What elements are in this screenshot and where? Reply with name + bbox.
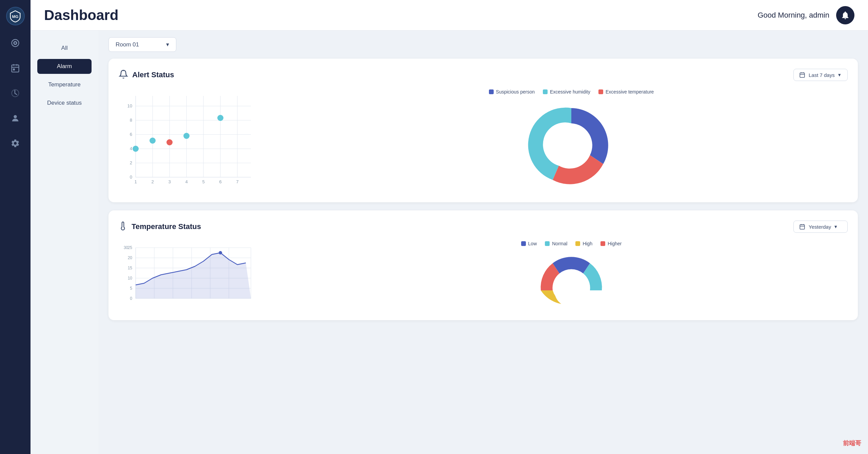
main-area: Dashboard Good Morning, admin All Alarm …	[31, 0, 868, 454]
temperature-status-card: Temperature Status Yesterday ▾	[108, 210, 858, 320]
temp-donut-area: Low Normal High	[295, 241, 848, 307]
temp-card-header: Temperature Status Yesterday ▾	[119, 221, 848, 233]
alert-title-wrap: Alert Status	[119, 69, 174, 80]
legend-dot-normal	[545, 241, 550, 246]
svg-text:5: 5	[202, 179, 204, 184]
nav-item-all[interactable]: All	[37, 41, 92, 56]
watermark: 前端哥	[843, 439, 861, 447]
scatter-dot	[183, 133, 190, 139]
logo[interactable]: MG	[6, 7, 25, 25]
legend-dot-suspicious	[489, 89, 494, 94]
legend-normal: Normal	[545, 241, 567, 246]
alert-chart-area: 0 2 4 6 8 10 1 2 3 4 5 6	[119, 89, 848, 192]
camera-nav-icon[interactable]	[8, 36, 23, 50]
temp-legend: Low Normal High	[521, 241, 622, 246]
legend-label-suspicious: Suspicious person	[496, 89, 535, 95]
donut-hole	[551, 125, 592, 166]
scatter-dot	[150, 138, 156, 144]
scatter-svg: 0 2 4 6 8 10 1 2 3 4 5 6	[119, 89, 261, 191]
temp-donut-svg	[534, 253, 609, 307]
analytics-nav-icon[interactable]	[8, 86, 23, 101]
svg-text:30: 30	[124, 245, 129, 250]
left-navigation: All Alarm Temperature Device status	[31, 30, 98, 454]
alert-legend: Suspicious person Excessive humidity Exc…	[489, 89, 654, 95]
svg-text:7: 7	[236, 179, 238, 184]
legend-temperature: Excessive temperature	[598, 89, 654, 95]
legend-high: High	[575, 241, 592, 246]
notification-button[interactable]	[836, 6, 854, 24]
legend-dot-temperature	[598, 89, 603, 94]
svg-text:0: 0	[130, 296, 132, 301]
chevron-down-icon-temp: ▾	[834, 224, 837, 230]
svg-text:6: 6	[219, 179, 221, 184]
content-wrapper: All Alarm Temperature Device status Room…	[31, 30, 868, 454]
user-nav-icon[interactable]	[8, 111, 23, 126]
temp-date-filter[interactable]: Yesterday ▾	[793, 221, 848, 233]
svg-text:2: 2	[130, 160, 132, 165]
donut-svg	[524, 101, 619, 189]
dashboard-content: Room 01 ▾ Alert Stat	[98, 30, 868, 454]
room-selector-value: Room 01	[116, 41, 139, 48]
chevron-down-icon-date: ▾	[838, 72, 841, 78]
legend-dot-high	[575, 241, 580, 246]
svg-rect-43	[800, 225, 805, 229]
svg-rect-4	[12, 65, 19, 72]
svg-text:0: 0	[130, 174, 132, 180]
scatter-chart: 0 2 4 6 8 10 1 2 3 4 5 6	[119, 89, 281, 192]
legend-label-high: High	[583, 241, 592, 246]
room-selector-wrap: Room 01 ▾	[108, 37, 858, 52]
svg-text:20: 20	[128, 255, 133, 260]
sidebar: MG	[0, 0, 31, 454]
calendar-icon-temp	[799, 224, 805, 230]
svg-point-9	[14, 115, 17, 118]
legend-dot-higher	[600, 241, 605, 246]
donut-chart-area: Suspicious person Excessive humidity Exc…	[295, 89, 848, 189]
legend-low: Low	[521, 241, 537, 246]
alert-card-header: Alert Status Last 7 days ▾	[119, 69, 848, 81]
header: Dashboard Good Morning, admin	[31, 0, 868, 30]
nav-item-device-status[interactable]: Device status	[37, 96, 92, 110]
room-selector[interactable]: Room 01 ▾	[108, 37, 176, 52]
schedule-nav-icon[interactable]	[8, 61, 23, 76]
svg-text:10: 10	[128, 276, 133, 281]
legend-dot-humidity	[543, 89, 548, 94]
svg-text:8: 8	[130, 118, 132, 123]
chevron-down-icon: ▾	[166, 41, 169, 48]
legend-label-humidity: Excessive humidity	[550, 89, 590, 95]
svg-text:25: 25	[128, 245, 133, 250]
legend-suspicious: Suspicious person	[489, 89, 535, 95]
svg-text:4: 4	[130, 146, 132, 151]
legend-humidity: Excessive humidity	[543, 89, 590, 95]
svg-text:1: 1	[134, 179, 137, 184]
nav-item-temperature[interactable]: Temperature	[37, 77, 92, 92]
greeting-text: Good Morning, admin	[757, 11, 829, 20]
temp-donut-hole	[554, 273, 588, 307]
line-chart: 0 5 10 15 20 25 30	[119, 241, 281, 310]
legend-label-normal: Normal	[552, 241, 567, 246]
calendar-icon	[799, 72, 805, 78]
temperature-status-title: Temperature Status	[132, 222, 201, 231]
svg-rect-8	[13, 69, 15, 70]
svg-text:15: 15	[128, 266, 133, 270]
legend-label-higher: Higher	[608, 241, 622, 246]
temp-title-wrap: Temperature Status	[119, 222, 201, 232]
legend-label-temperature: Excessive temperature	[606, 89, 654, 95]
legend-label-low: Low	[528, 241, 537, 246]
scatter-dot	[217, 115, 223, 121]
legend-dot-low	[521, 241, 526, 246]
line-svg: 0 5 10 15 20 25 30	[119, 241, 261, 309]
alert-status-card: Alert Status Last 7 days ▾	[108, 59, 858, 202]
svg-text:MG: MG	[12, 14, 19, 19]
svg-text:10: 10	[127, 103, 132, 108]
svg-text:2: 2	[151, 179, 154, 184]
temp-area	[136, 253, 251, 298]
legend-higher: Higher	[600, 241, 622, 246]
alert-date-filter[interactable]: Last 7 days ▾	[793, 69, 848, 81]
svg-text:6: 6	[130, 132, 132, 137]
svg-text:4: 4	[185, 179, 188, 184]
svg-rect-11	[800, 73, 805, 78]
settings-nav-icon[interactable]	[8, 136, 23, 151]
svg-text:3: 3	[168, 179, 171, 184]
nav-item-alarm[interactable]: Alarm	[37, 59, 92, 74]
svg-text:5: 5	[130, 286, 132, 291]
